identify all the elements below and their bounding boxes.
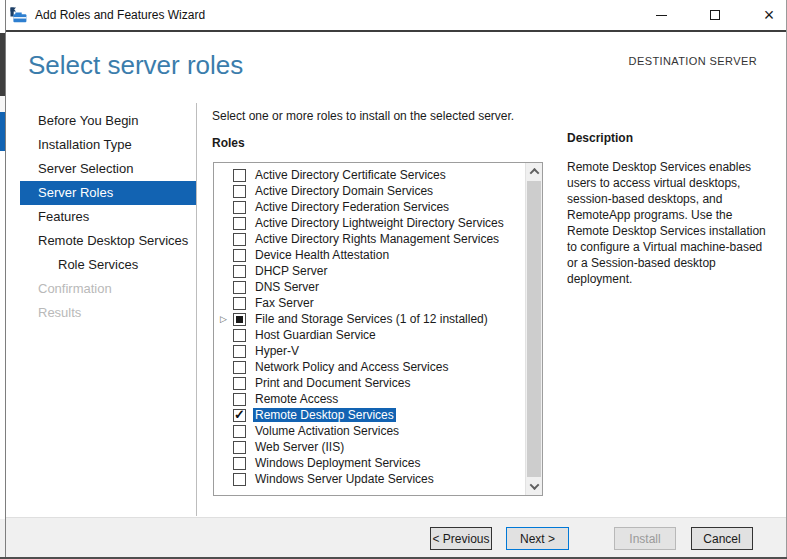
description-heading: Description xyxy=(567,131,768,145)
scroll-down-button[interactable] xyxy=(526,478,543,495)
window-title: Add Roles and Features Wizard xyxy=(35,8,205,22)
role-row[interactable]: Volume Activation Services xyxy=(214,423,525,439)
scroll-up-button[interactable] xyxy=(526,163,543,180)
role-label[interactable]: Host Guardian Service xyxy=(253,328,378,342)
close-button[interactable]: × xyxy=(759,5,779,25)
role-checkbox[interactable] xyxy=(233,249,246,262)
role-label[interactable]: Remote Desktop Services xyxy=(253,408,396,422)
role-label[interactable]: Windows Deployment Services xyxy=(253,456,422,470)
role-checkbox[interactable] xyxy=(233,409,246,422)
role-checkbox[interactable] xyxy=(233,473,246,486)
wizard-step-item[interactable]: Installation Type xyxy=(20,133,196,157)
role-row[interactable]: Windows Server Update Services xyxy=(214,471,525,487)
role-checkbox[interactable] xyxy=(233,393,246,406)
roles-listbox: Active Directory Certificate Services Ac… xyxy=(213,162,543,496)
role-row[interactable]: File and Storage Services (1 of 12 insta… xyxy=(214,311,525,327)
role-checkbox[interactable] xyxy=(233,233,246,246)
minimize-button[interactable] xyxy=(651,5,671,25)
role-label[interactable]: DHCP Server xyxy=(253,264,329,278)
role-row[interactable]: DHCP Server xyxy=(214,263,525,279)
wizard-step-item[interactable]: Features xyxy=(20,205,196,229)
role-row[interactable]: Active Directory Lightweight Directory S… xyxy=(214,215,525,231)
window-controls: × xyxy=(651,0,779,30)
wizard-step-item[interactable]: Before You Begin xyxy=(20,109,196,133)
role-row[interactable]: Remote Access xyxy=(214,391,525,407)
role-checkbox[interactable] xyxy=(233,297,246,310)
role-checkbox[interactable] xyxy=(233,265,246,278)
role-row[interactable]: Active Directory Domain Services xyxy=(214,183,525,199)
wizard-step-item[interactable]: Server Roles xyxy=(20,181,196,205)
role-label[interactable]: Windows Server Update Services xyxy=(253,472,436,486)
role-row[interactable]: Active Directory Rights Management Servi… xyxy=(214,231,525,247)
roles-rows: Active Directory Certificate Services Ac… xyxy=(214,167,525,487)
role-checkbox[interactable] xyxy=(233,201,246,214)
role-label[interactable]: Hyper-V xyxy=(253,344,301,358)
maximize-button[interactable] xyxy=(705,5,725,25)
role-label[interactable]: Volume Activation Services xyxy=(253,424,401,438)
role-checkbox[interactable] xyxy=(233,457,246,470)
role-row[interactable]: DNS Server xyxy=(214,279,525,295)
role-label[interactable]: Web Server (IIS) xyxy=(253,440,346,454)
footer-bar: < PreviousNext >InstallCancel xyxy=(6,517,787,559)
role-label[interactable]: Fax Server xyxy=(253,296,316,310)
vertical-divider xyxy=(196,103,197,516)
role-label[interactable]: Active Directory Certificate Services xyxy=(253,168,448,182)
scrollbar-thumb[interactable] xyxy=(527,181,541,477)
roles-scrollbar[interactable] xyxy=(525,163,542,495)
role-label[interactable]: File and Storage Services (1 of 12 insta… xyxy=(253,312,490,326)
role-checkbox[interactable] xyxy=(233,313,246,326)
role-row[interactable]: Device Health Attestation xyxy=(214,247,525,263)
background-window-edge xyxy=(0,0,6,559)
edge-segment xyxy=(0,33,5,96)
wizard-button[interactable]: < Previous xyxy=(430,527,492,550)
role-checkbox[interactable] xyxy=(233,361,246,374)
wizard-step-item[interactable]: Role Services xyxy=(20,253,196,277)
role-label[interactable]: Device Health Attestation xyxy=(253,248,391,262)
role-checkbox[interactable] xyxy=(233,217,246,230)
role-label[interactable]: Active Directory Federation Services xyxy=(253,200,451,214)
edge-segment xyxy=(0,151,5,519)
chevron-down-icon xyxy=(530,480,540,490)
wizard-button[interactable]: Install xyxy=(614,527,676,550)
role-checkbox[interactable] xyxy=(233,281,246,294)
role-checkbox[interactable] xyxy=(233,441,246,454)
role-label[interactable]: Print and Document Services xyxy=(253,376,412,390)
role-label[interactable]: Active Directory Domain Services xyxy=(253,184,435,198)
wizard-step-item[interactable]: Confirmation xyxy=(20,277,196,301)
page-title: Select server roles xyxy=(28,50,243,81)
wizard-step-item[interactable]: Results xyxy=(20,301,196,325)
role-row[interactable]: Hyper-V xyxy=(214,343,525,359)
edge-segment xyxy=(0,112,5,151)
close-icon: × xyxy=(764,6,775,24)
chevron-up-icon xyxy=(530,168,540,178)
edge-segment xyxy=(0,519,5,559)
role-checkbox[interactable] xyxy=(233,169,246,182)
role-checkbox[interactable] xyxy=(233,377,246,390)
role-label[interactable]: Active Directory Lightweight Directory S… xyxy=(253,216,506,230)
role-row[interactable]: Web Server (IIS) xyxy=(214,439,525,455)
wizard-step-item[interactable]: Server Selection xyxy=(20,157,196,181)
role-label[interactable]: Remote Access xyxy=(253,392,340,406)
role-row[interactable]: Remote Desktop Services xyxy=(214,407,525,423)
wizard-button[interactable]: Cancel xyxy=(691,527,753,550)
role-row[interactable]: Host Guardian Service xyxy=(214,327,525,343)
edge-segment xyxy=(0,0,5,33)
role-row[interactable]: Active Directory Federation Services xyxy=(214,199,525,215)
role-row[interactable]: Network Policy and Access Services xyxy=(214,359,525,375)
role-checkbox[interactable] xyxy=(233,425,246,438)
role-label[interactable]: DNS Server xyxy=(253,280,321,294)
expand-triangle-icon[interactable] xyxy=(220,313,233,326)
role-row[interactable]: Active Directory Certificate Services xyxy=(214,167,525,183)
wizard-button[interactable]: Next > xyxy=(506,527,569,550)
wizard-step-nav: Before You BeginInstallation TypeServer … xyxy=(20,109,196,325)
role-label[interactable]: Active Directory Rights Management Servi… xyxy=(253,232,501,246)
role-checkbox[interactable] xyxy=(233,185,246,198)
role-row[interactable]: Print and Document Services xyxy=(214,375,525,391)
wizard-toolbox-icon xyxy=(10,7,27,23)
role-label[interactable]: Network Policy and Access Services xyxy=(253,360,450,374)
role-row[interactable]: Windows Deployment Services xyxy=(214,455,525,471)
role-checkbox[interactable] xyxy=(233,329,246,342)
role-checkbox[interactable] xyxy=(233,345,246,358)
wizard-step-item[interactable]: Remote Desktop Services xyxy=(20,229,196,253)
role-row[interactable]: Fax Server xyxy=(214,295,525,311)
